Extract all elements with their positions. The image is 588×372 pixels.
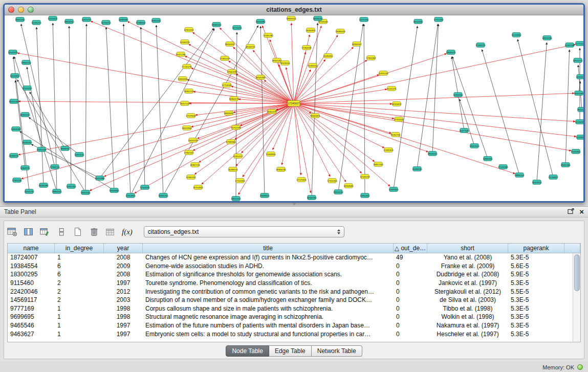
table-cell-title[interactable]: Estimation of significance thresholds fo… [143,271,394,278]
table-cell-year[interactable]: 1997 [104,279,143,287]
table-cell-short[interactable]: Stergiakouli et al. (2012) [427,288,508,295]
tab-node-table[interactable]: Node Table [226,345,269,357]
table-row[interactable]: 1830029562008Estimation of significance … [8,270,573,279]
table-cell-short[interactable]: Tibbo et al. (1998) [427,305,508,312]
network-canvas[interactable]: 1724000718305461154831041830027519345871… [5,15,583,201]
table-cell-title[interactable]: Corpus callosum shape and size in male p… [143,305,394,312]
table-cell-name[interactable]: 18300295 [8,271,55,278]
table-cell-short[interactable]: de Silva et al. (2003) [427,296,508,303]
table-row[interactable]: 946554611997Estimation of the future num… [8,321,573,330]
table-cell-in_degree[interactable]: 1 [55,254,104,261]
column-header-name[interactable]: name [8,244,55,253]
table-cell-out_degree[interactable]: 0 [394,288,427,295]
edit-table-icon[interactable] [40,226,50,238]
table-cell-out_degree[interactable]: 49 [394,254,427,261]
table-cell-short[interactable]: Wolkin et al. (1998) [427,313,508,320]
table-cell-short[interactable]: Hescheler et al. (1997) [427,331,508,338]
network-graph[interactable]: 1724000718305461154831041830027519345871… [5,15,583,201]
tab-network-table[interactable]: Network Table [312,345,362,357]
table-cell-in_degree[interactable]: 6 [55,271,104,278]
table-cell-year[interactable]: 2003 [104,296,143,303]
window-titlebar[interactable]: citations_edges.txt [5,5,583,15]
table-cell-pagerank[interactable]: 5.5E-5 [508,288,564,295]
table-cell-out_degree[interactable]: 0 [394,305,427,312]
panel-resize-handle[interactable] [292,203,296,206]
table-cell-out_degree[interactable]: 0 [394,279,427,287]
table-cell-title[interactable]: Genome-wide association studies in ADHD. [143,262,394,270]
table-settings-icon[interactable] [7,226,17,238]
table-cell-out_degree[interactable]: 0 [394,262,427,270]
table-cell-name[interactable]: 9699695 [8,313,55,320]
table-row[interactable]: 977716911998Corpus callosum shape and si… [8,304,573,313]
table-cell-title[interactable]: Disruption of a novel member of a sodium… [143,296,394,303]
select-columns-icon[interactable] [24,226,34,238]
table-cell-pagerank[interactable]: 5.9E-5 [508,271,564,278]
table-cell-title[interactable]: Embryonic stem cells: a model to study s… [143,331,394,338]
table-cell-title[interactable]: Changes of HCN gene expression and I(f) … [143,254,394,261]
column-header-pagerank[interactable]: pagerank [508,244,564,253]
table-row[interactable]: 1938455462009Genome-wide association stu… [8,262,573,271]
table-cell-year[interactable]: 2008 [104,254,143,261]
table-cell-out_degree[interactable]: 0 [394,296,427,303]
table-cell-pagerank[interactable]: 5.3E-5 [508,296,564,303]
table-cell-year[interactable]: 1998 [104,305,143,312]
table-cell-in_degree[interactable]: 1 [55,305,104,312]
network-table-select[interactable]: citations_edges.txt [144,226,344,237]
table-cell-year[interactable]: 2009 [104,262,143,270]
table-cell-pagerank[interactable]: 5.3E-5 [508,322,564,329]
table-row[interactable]: 2242004622012Investigating the contribut… [8,287,573,296]
close-window-button[interactable] [8,7,14,13]
table-cell-name[interactable]: 9463627 [8,331,55,338]
table-cell-title[interactable]: Structural magnetic resonance image aver… [143,313,394,320]
table-cell-name[interactable]: 19384554 [8,262,55,270]
float-panel-icon[interactable] [568,207,574,216]
table-cell-in_degree[interactable]: 2 [55,279,104,287]
table-cell-name[interactable]: 22420046 [8,288,55,295]
table-cell-title[interactable]: Estimation of the future numbers of pati… [143,322,394,329]
table-cell-year[interactable]: 2012 [104,288,143,295]
zoom-window-button[interactable] [28,7,34,13]
table-cell-out_degree[interactable]: 0 [394,322,427,329]
table-cell-pagerank[interactable]: 5.3E-5 [508,279,564,287]
column-header-in_degree[interactable]: in_degree [55,244,104,253]
table-cell-name[interactable]: 9115460 [8,279,55,287]
table-cell-pagerank[interactable]: 5.6E-5 [508,262,564,270]
table-cell-in_degree[interactable]: 1 [55,322,104,329]
table-cell-out_degree[interactable]: 0 [394,271,427,278]
table-cell-year[interactable]: 1998 [104,313,143,320]
table-cell-pagerank[interactable]: 5.3E-5 [508,331,564,338]
column-header-out_degree[interactable]: △ out_de… [394,244,427,253]
table-cell-name[interactable]: 9465546 [8,322,55,329]
table-row[interactable]: 946362711997Embryonic stem cells: a mode… [8,330,573,338]
tab-edge-table[interactable]: Edge Table [269,345,312,357]
table-cell-title[interactable]: Investigating the contribution of common… [143,288,394,295]
table-cell-short[interactable]: Yano et al. (2008) [427,254,508,261]
table-cell-in_degree[interactable]: 2 [55,288,104,295]
table-cell-pagerank[interactable]: 5.3E-5 [508,254,564,261]
column-header-year[interactable]: year [104,244,143,253]
table-cell-in_degree[interactable]: 1 [55,313,104,320]
rows-icon[interactable] [56,226,67,238]
table-row[interactable]: 911546021997Tourette syndrome. Phenomeno… [8,279,573,288]
new-column-icon[interactable] [73,226,83,238]
table-cell-short[interactable]: Dudbridge et al. (2008) [427,271,508,278]
table-cell-short[interactable]: Nakamura et al. (1997) [427,322,508,329]
table-cell-pagerank[interactable]: 5.3E-5 [508,305,564,312]
table-cell-short[interactable]: Franke et al. (2009) [427,262,508,270]
table-cell-title[interactable]: Tourette syndrome. Phenomenology and cla… [143,279,394,287]
import-table-icon[interactable] [105,226,116,238]
minimize-window-button[interactable] [18,7,24,13]
table-cell-name[interactable]: 9777169 [8,305,55,312]
table-cell-in_degree[interactable]: 2 [55,296,104,303]
column-header-title[interactable]: title [143,244,394,253]
function-builder-icon[interactable]: f(x) [122,226,133,238]
table-vertical-scrollbar[interactable] [573,253,580,342]
table-cell-out_degree[interactable]: 0 [394,313,427,320]
table-cell-short[interactable]: Jankovic et al. (1997) [427,279,508,287]
table-cell-year[interactable]: 1997 [104,331,143,338]
table-cell-year[interactable]: 2008 [104,271,143,278]
table-cell-name[interactable]: 18724007 [8,254,55,261]
table-cell-pagerank[interactable]: 5.3E-5 [508,313,564,320]
scrollbar-thumb[interactable] [574,254,580,291]
table-cell-name[interactable]: 14569117 [8,296,55,303]
